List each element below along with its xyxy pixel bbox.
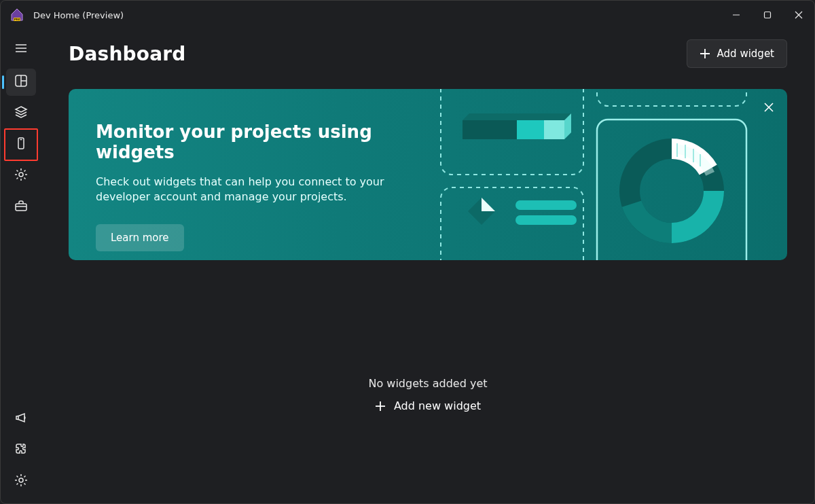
megaphone-icon [14, 411, 28, 427]
svg-rect-23 [441, 89, 583, 175]
sidebar-item-machine-config[interactable] [6, 100, 36, 127]
svg-point-36 [630, 149, 714, 233]
svg-text:PRE: PRE [14, 18, 20, 21]
banner-close-button[interactable] [759, 97, 779, 118]
learn-more-button[interactable]: Learn more [96, 224, 184, 251]
svg-rect-27 [463, 120, 564, 139]
sidebar [1, 29, 41, 503]
page-header: Dashboard Add widget [69, 29, 787, 78]
title-bar-left: PRE Dev Home (Preview) [9, 7, 124, 23]
svg-rect-25 [597, 89, 746, 106]
svg-rect-16 [16, 204, 26, 211]
toolbox-icon [14, 199, 28, 215]
add-new-widget-label: Add new widget [394, 399, 481, 412]
app-title: Dev Home (Preview) [33, 10, 124, 20]
main-content: Dashboard Add widget Monitor your projec… [41, 29, 814, 503]
svg-marker-30 [463, 113, 571, 120]
svg-rect-28 [517, 120, 544, 139]
svg-marker-33 [482, 198, 495, 211]
svg-marker-31 [564, 113, 571, 139]
sidebar-hamburger-button[interactable] [6, 35, 36, 62]
sidebar-item-settings[interactable] [6, 468, 36, 495]
sidebar-item-environments[interactable] [6, 131, 36, 158]
puzzle-icon [14, 442, 28, 458]
page-title: Dashboard [69, 43, 186, 65]
plus-icon [375, 401, 386, 412]
device-icon [14, 137, 28, 153]
svg-point-15 [19, 173, 23, 177]
svg-marker-12 [16, 107, 26, 112]
banner-illustration [434, 89, 787, 260]
gear-small-icon [14, 168, 28, 184]
info-banner: Monitor your projects using widgets Chec… [69, 89, 787, 260]
sidebar-item-utilities[interactable] [6, 194, 36, 221]
svg-rect-29 [544, 120, 564, 139]
sidebar-item-customization[interactable] [6, 162, 36, 190]
sidebar-top-group [1, 33, 41, 222]
gear-icon [14, 473, 28, 490]
add-widget-button[interactable]: Add widget [687, 39, 787, 68]
learn-more-label: Learn more [111, 232, 169, 244]
sidebar-bottom-group [1, 404, 41, 497]
add-new-widget-button[interactable]: Add new widget [369, 397, 486, 415]
empty-state: No widgets added yet Add new widget [368, 377, 487, 415]
sidebar-item-whatsnew[interactable] [6, 406, 36, 433]
sidebar-item-extensions[interactable] [6, 437, 36, 464]
window-minimize-button[interactable] [721, 1, 752, 29]
svg-point-18 [19, 478, 23, 482]
svg-rect-3 [765, 12, 771, 18]
svg-rect-35 [515, 215, 577, 225]
svg-rect-34 [515, 200, 577, 210]
sidebar-item-dashboard[interactable] [6, 69, 36, 96]
plus-icon [700, 48, 710, 59]
hamburger-icon [14, 41, 28, 55]
title-bar: PRE Dev Home (Preview) [1, 1, 814, 29]
window-controls [721, 1, 814, 29]
layers-icon [14, 105, 28, 122]
app-icon: PRE [9, 7, 25, 23]
close-icon [764, 103, 774, 112]
empty-heading: No widgets added yet [368, 377, 487, 390]
svg-rect-24 [441, 187, 583, 260]
dashboard-icon [14, 74, 28, 90]
banner-title: Monitor your projects using widgets [96, 122, 422, 162]
banner-text-block: Monitor your projects using widgets Chec… [69, 89, 449, 260]
svg-marker-32 [468, 198, 495, 225]
add-widget-label: Add widget [717, 48, 774, 60]
window-maximize-button[interactable] [752, 1, 783, 29]
svg-rect-26 [597, 120, 746, 260]
window-close-button[interactable] [783, 1, 814, 29]
banner-description: Check out widgets that can help you conn… [96, 175, 422, 205]
